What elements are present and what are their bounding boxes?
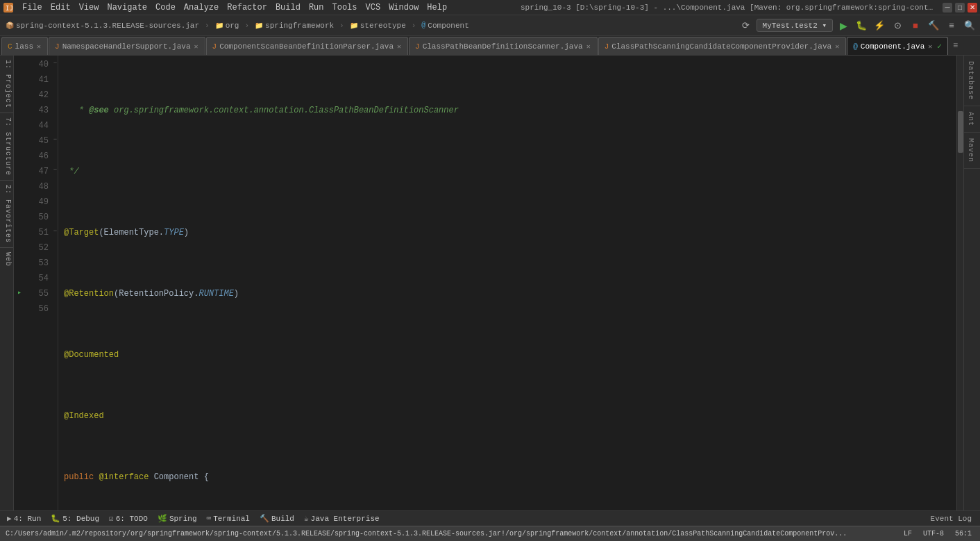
vertical-scrollbar[interactable] <box>956 56 963 510</box>
search-everywhere-button[interactable]: 🔍 <box>962 18 977 33</box>
web-panel-icon[interactable]: Web <box>0 248 13 271</box>
favorites-panel-icon[interactable]: 2: Favorites <box>0 181 13 248</box>
encoding-indicator[interactable]: UTF-8 <box>920 526 947 542</box>
database-panel-button[interactable]: Database <box>964 56 980 106</box>
gutter-49 <box>14 193 25 208</box>
maximize-button[interactable]: □ <box>955 3 965 13</box>
minimize-button[interactable]: ─ <box>943 3 952 13</box>
menu-vcs[interactable]: VCS <box>362 1 385 14</box>
gutter-47 <box>14 163 25 178</box>
menu-navigate[interactable]: Navigate <box>103 1 151 14</box>
menu-build[interactable]: Build <box>271 1 305 14</box>
sdk-button[interactable]: ≡ <box>944 18 959 33</box>
main-layout: 1: Project 7: Structure 2: Favorites Web <box>0 56 980 510</box>
menu-edit[interactable]: Edit <box>47 1 75 14</box>
tab-classpath-scanning-provider[interactable]: J ClassPathScanningCandidateComponentPro… <box>598 37 847 55</box>
breadcrumb-jar[interactable]: 📦 spring-context-5.1.3.RELEASE-sources.j… <box>3 20 202 31</box>
debug-panel-button[interactable]: 🐛 5: Debug <box>47 513 103 524</box>
tab-namespace-handler[interactable]: J NamespaceHandlerSupport.java ✕ <box>49 37 205 55</box>
ln-44: 44 <box>25 118 49 133</box>
tab-close-2[interactable]: ✕ <box>396 42 402 51</box>
build-project-button[interactable]: 🔨 <box>926 18 941 33</box>
tab-label-0: lass <box>15 42 33 51</box>
java-enterprise-label: Java Enterprise <box>311 515 380 523</box>
gutter-52 <box>14 239 25 254</box>
fold-marker-52[interactable]: − <box>53 224 58 239</box>
app-icon: IJ <box>3 2 14 13</box>
scrollbar-thumb[interactable] <box>958 111 963 153</box>
menu-view[interactable]: View <box>75 1 103 14</box>
fold-gutter: − − − − <box>53 56 58 510</box>
tab-classpath-bean-scanner[interactable]: J ClassPathBeanDefinitionScanner.java ✕ <box>409 37 598 55</box>
sync-button[interactable]: ⟳ <box>738 18 754 33</box>
tab-close-4[interactable]: ✕ <box>834 42 840 51</box>
todo-panel-icon: ☑ <box>109 514 114 523</box>
ant-panel-button[interactable]: Ant <box>964 106 980 133</box>
breadcrumb-component[interactable]: @ Component <box>419 20 471 31</box>
saved-indicator: ✓ <box>937 42 942 51</box>
stop-button[interactable]: ■ <box>908 18 923 33</box>
line-separator-indicator[interactable]: LF <box>901 526 915 542</box>
debug-panel-icon: 🐛 <box>51 514 60 523</box>
menu-refactor[interactable]: Refactor <box>223 1 271 14</box>
todo-panel-button[interactable]: ☑ 6: TODO <box>105 513 152 524</box>
java-enterprise-panel-button[interactable]: ☕ Java Enterprise <box>300 513 384 524</box>
tab-component-java[interactable]: @ Component.java ✕ ✓ <box>847 37 948 55</box>
tab-close-3[interactable]: ✕ <box>586 42 591 51</box>
menu-tools[interactable]: Tools <box>328 1 362 14</box>
ln-48: 48 <box>25 179 49 194</box>
tab-label-4: ClassPathScanningCandidateComponentProvi… <box>611 42 831 51</box>
tab-component-scan-parser[interactable]: J ComponentScanBeanDefinitionParser.java… <box>206 37 408 55</box>
fold-empty-47 <box>53 147 58 163</box>
tab-close-1[interactable]: ✕ <box>194 42 199 51</box>
fold-empty-56 <box>53 285 58 300</box>
code-editor[interactable]: ▸ 40 41 42 43 44 45 46 47 48 49 50 51 52… <box>14 56 963 510</box>
debug-button[interactable]: 🐛 <box>854 18 869 33</box>
fold-empty-43 <box>53 86 58 101</box>
ln-55: 55 <box>25 286 49 301</box>
terminal-panel-label: Terminal <box>213 515 250 523</box>
menu-code[interactable]: Code <box>151 1 180 14</box>
breadcrumb-stereotype[interactable]: 📁 stereotype <box>347 20 409 31</box>
menu-file[interactable]: File <box>18 1 47 14</box>
tab-icon-2: J <box>212 42 217 51</box>
fold-marker-48[interactable]: − <box>53 163 58 178</box>
fold-marker-41[interactable]: − <box>53 56 58 71</box>
ln-41: 41 <box>25 72 49 88</box>
fold-empty-53 <box>53 239 58 254</box>
tab-overflow-button[interactable]: ≡ <box>949 37 962 55</box>
close-button[interactable]: ✕ <box>968 3 977 13</box>
build-panel-icon: 🔨 <box>260 514 269 523</box>
breadcrumb-org[interactable]: 📁 org <box>212 20 242 31</box>
menu-help[interactable]: Help <box>423 1 451 14</box>
spring-panel-button[interactable]: 🌿 Spring <box>153 513 201 524</box>
event-log-button[interactable]: Event Log <box>925 513 977 524</box>
gutter-56 <box>14 300 25 315</box>
fold-marker-46[interactable]: − <box>53 132 58 147</box>
run-coverage-button[interactable]: ⚡ <box>872 18 887 33</box>
menu-run[interactable]: Run <box>305 1 328 14</box>
terminal-panel-button[interactable]: ⌨ Terminal <box>203 513 254 524</box>
cursor-position-indicator[interactable]: 56:1 <box>952 526 974 542</box>
breadcrumb-springframework[interactable]: 📁 springframework <box>252 20 337 31</box>
run-config-selector[interactable]: MyTest.test2 ▾ <box>757 19 833 32</box>
structure-panel-icon[interactable]: 7: Structure <box>0 113 13 181</box>
tab-close-0[interactable]: ✕ <box>36 42 42 51</box>
profile-button[interactable]: ⊙ <box>890 18 905 33</box>
menu-window[interactable]: Window <box>385 1 423 14</box>
project-panel-icon[interactable]: 1: Project <box>0 56 13 113</box>
run-panel-button[interactable]: ▶ 4: Run <box>3 513 45 524</box>
code-content-area[interactable]: * @see org.springframework.context.annot… <box>58 56 956 510</box>
java-enterprise-icon: ☕ <box>304 514 309 523</box>
tab-class[interactable]: C lass ✕ <box>1 37 48 55</box>
gutter-46 <box>14 147 25 163</box>
maven-panel-button[interactable]: Maven <box>964 133 980 169</box>
code-line-45: @Indexed <box>64 408 956 424</box>
build-panel-button[interactable]: 🔨 Build <box>255 513 298 524</box>
menu-analyze[interactable]: Analyze <box>180 1 223 14</box>
run-button[interactable]: ▶ <box>836 18 851 33</box>
tab-close-5[interactable]: ✕ <box>927 42 933 51</box>
ln-42: 42 <box>25 88 49 103</box>
ln-54: 54 <box>25 271 49 286</box>
todo-panel-label: 6: TODO <box>116 515 148 523</box>
